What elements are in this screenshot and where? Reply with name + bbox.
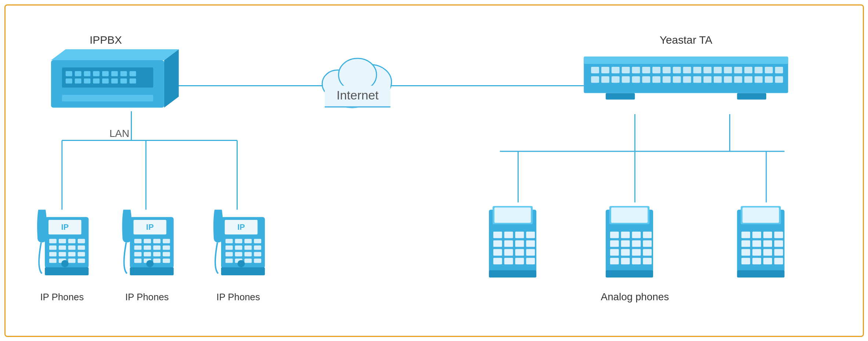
svg-rect-44 (601, 67, 609, 73)
svg-rect-119 (134, 258, 141, 263)
svg-rect-107 (134, 239, 141, 243)
svg-rect-71 (683, 76, 691, 83)
svg-rect-78 (754, 76, 763, 83)
svg-rect-121 (153, 258, 161, 263)
svg-rect-199 (763, 249, 772, 256)
svg-rect-97 (78, 252, 85, 257)
svg-rect-153 (493, 240, 502, 247)
svg-rect-135 (254, 246, 261, 250)
svg-rect-124 (130, 267, 173, 275)
svg-rect-87 (58, 239, 66, 243)
svg-rect-65 (622, 76, 630, 83)
svg-rect-55 (713, 67, 721, 73)
svg-rect-77 (744, 76, 752, 83)
svg-rect-98 (49, 258, 56, 263)
svg-rect-43 (591, 67, 599, 73)
svg-rect-81 (605, 93, 634, 99)
svg-rect-162 (504, 258, 513, 264)
svg-rect-103 (45, 267, 89, 275)
svg-rect-16 (62, 68, 153, 88)
svg-text:IP: IP (61, 222, 69, 232)
svg-rect-68 (652, 76, 660, 83)
svg-rect-139 (254, 252, 261, 257)
svg-rect-179 (632, 249, 641, 256)
svg-rect-46 (622, 67, 630, 73)
svg-rect-204 (774, 258, 783, 264)
svg-rect-58 (744, 67, 752, 73)
svg-rect-90 (49, 246, 56, 250)
svg-point-123 (146, 260, 154, 267)
ip-phones-label-1: IP Phones (40, 292, 84, 302)
svg-rect-30 (111, 79, 118, 84)
svg-rect-24 (129, 71, 136, 76)
svg-rect-74 (713, 76, 721, 83)
svg-rect-63 (601, 76, 609, 83)
svg-rect-191 (763, 232, 772, 238)
svg-rect-138 (244, 252, 252, 257)
svg-rect-82 (737, 93, 766, 99)
svg-rect-132 (225, 246, 233, 250)
svg-rect-111 (134, 246, 141, 250)
svg-rect-62 (591, 76, 599, 83)
svg-rect-171 (632, 232, 641, 238)
svg-rect-115 (134, 252, 141, 257)
svg-rect-151 (515, 232, 524, 238)
svg-rect-80 (775, 76, 783, 83)
svg-rect-108 (144, 239, 151, 243)
svg-rect-88 (68, 239, 75, 243)
svg-rect-93 (78, 246, 85, 250)
svg-rect-177 (610, 249, 619, 256)
svg-rect-176 (643, 240, 652, 247)
svg-rect-172 (643, 232, 652, 238)
svg-rect-129 (235, 239, 242, 243)
svg-text:IP: IP (146, 222, 154, 232)
svg-rect-29 (102, 79, 109, 84)
svg-rect-32 (129, 79, 136, 84)
svg-rect-164 (526, 258, 535, 264)
ip-phones-label-3: IP Phones (216, 292, 260, 302)
svg-rect-150 (504, 232, 513, 238)
svg-rect-163 (515, 258, 524, 264)
svg-rect-196 (774, 240, 783, 247)
svg-rect-69 (662, 76, 670, 83)
svg-rect-51 (673, 67, 681, 73)
svg-rect-110 (162, 239, 170, 243)
svg-rect-190 (752, 232, 761, 238)
svg-rect-156 (526, 240, 535, 247)
svg-rect-178 (621, 249, 630, 256)
svg-rect-100 (68, 258, 75, 263)
svg-rect-122 (162, 258, 170, 263)
svg-rect-42 (584, 57, 788, 64)
svg-rect-189 (741, 232, 750, 238)
svg-rect-118 (162, 252, 170, 257)
svg-rect-200 (774, 249, 783, 256)
svg-rect-91 (58, 246, 66, 250)
svg-rect-194 (752, 240, 761, 247)
analog-phones-label: Analog phones (601, 291, 669, 302)
svg-rect-59 (754, 67, 763, 73)
svg-rect-72 (693, 76, 701, 83)
svg-rect-197 (741, 249, 750, 256)
svg-rect-95 (58, 252, 66, 257)
svg-rect-168 (611, 207, 647, 223)
svg-rect-142 (244, 258, 252, 263)
svg-rect-185 (605, 270, 653, 277)
svg-rect-134 (244, 246, 252, 250)
svg-rect-174 (621, 240, 630, 247)
svg-rect-26 (75, 79, 81, 84)
svg-rect-96 (68, 252, 75, 257)
svg-rect-53 (693, 67, 701, 73)
svg-rect-48 (642, 67, 650, 73)
svg-rect-175 (632, 240, 641, 247)
svg-rect-117 (153, 252, 161, 257)
svg-rect-128 (225, 239, 233, 243)
svg-rect-101 (78, 258, 85, 263)
svg-rect-137 (235, 252, 242, 257)
ip-phones-label-2: IP Phones (125, 292, 169, 302)
svg-rect-52 (683, 67, 691, 73)
svg-rect-192 (774, 232, 783, 238)
svg-rect-169 (610, 232, 619, 238)
svg-rect-21 (102, 71, 109, 76)
svg-rect-76 (734, 76, 742, 83)
svg-rect-195 (763, 240, 772, 247)
